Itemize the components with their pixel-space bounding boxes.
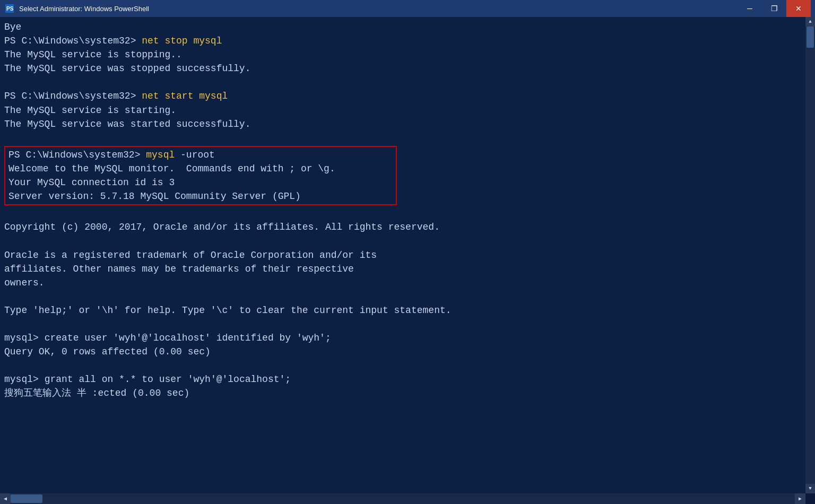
blank-line <box>4 206 804 220</box>
titlebar-icon: PS <box>4 3 15 14</box>
highlight-line: Server version: 5.7.18 MySQL Community S… <box>8 189 393 203</box>
terminal-line: Query OK, 0 rows affected (0.00 sec) <box>4 345 804 359</box>
terminal-line: affiliates. Other names may be trademark… <box>4 262 804 276</box>
mysql-command-line: mysql> create user 'wyh'@'localhost' ide… <box>4 331 804 345</box>
scroll-left-button[interactable]: ◀ <box>0 493 11 504</box>
terminal-line: 搜狗五笔输入法 半 :ected (0.00 sec) <box>4 386 804 400</box>
svg-text:PS: PS <box>6 6 14 12</box>
blank-line <box>4 131 804 145</box>
blank-line <box>4 359 804 372</box>
blank-line <box>4 234 804 248</box>
minimize-button[interactable]: ─ <box>738 0 762 17</box>
terminal-area[interactable]: ByePS C:\Windows\system32> net stop mysq… <box>0 17 815 493</box>
vertical-scrollbar[interactable]: ▲ ▼ <box>805 17 815 493</box>
blank-line <box>4 75 804 89</box>
terminal-line: The MySQL service was started successful… <box>4 117 804 131</box>
titlebar: PS Select Administrator: Windows PowerSh… <box>0 0 815 17</box>
terminal-line: Type 'help;' or '\h' for help. Type '\c'… <box>4 303 804 317</box>
scroll-down-button[interactable]: ▼ <box>805 484 815 493</box>
restore-button[interactable]: ❐ <box>762 0 786 17</box>
terminal-line: Oracle is a registered trademark of Orac… <box>4 248 804 262</box>
highlight-line: Welcome to the MySQL monitor. Commands e… <box>8 162 393 176</box>
scroll-up-button[interactable]: ▲ <box>805 17 815 27</box>
terminal-line: The MySQL service is stopping.. <box>4 48 804 62</box>
terminal-line: The MySQL service is starting. <box>4 103 804 117</box>
command-line: PS C:\Windows\system32> net start mysql <box>4 89 804 103</box>
close-button[interactable]: ✕ <box>786 0 811 17</box>
scroll-track <box>805 27 815 484</box>
highlight-box: PS C:\Windows\system32> mysql -urootWelc… <box>4 146 397 205</box>
blank-line <box>4 317 804 331</box>
terminal-line: Copyright (c) 2000, 2017, Oracle and/or … <box>4 220 804 234</box>
scroll-right-button[interactable]: ▶ <box>795 493 805 504</box>
highlight-command-line: PS C:\Windows\system32> mysql -uroot <box>8 148 393 162</box>
terminal-line: owners. <box>4 276 804 290</box>
scroll-thumb[interactable] <box>807 27 814 48</box>
titlebar-title: Select Administrator: Windows PowerShell <box>19 5 738 13</box>
horizontal-scrollbar[interactable]: ◀ ▶ <box>0 493 805 504</box>
command-line: PS C:\Windows\system32> net stop mysql <box>4 34 804 48</box>
h-scroll-track <box>11 493 795 504</box>
mysql-command-line: mysql> grant all on *.* to user 'wyh'@'l… <box>4 372 804 386</box>
terminal-line: The MySQL service was stopped successful… <box>4 62 804 75</box>
h-scroll-thumb[interactable] <box>11 494 42 503</box>
blank-line <box>4 290 804 303</box>
highlight-line: Your MySQL connection id is 3 <box>8 176 393 189</box>
terminal-line: Bye <box>4 20 804 34</box>
titlebar-buttons: ─ ❐ ✕ <box>738 0 811 17</box>
